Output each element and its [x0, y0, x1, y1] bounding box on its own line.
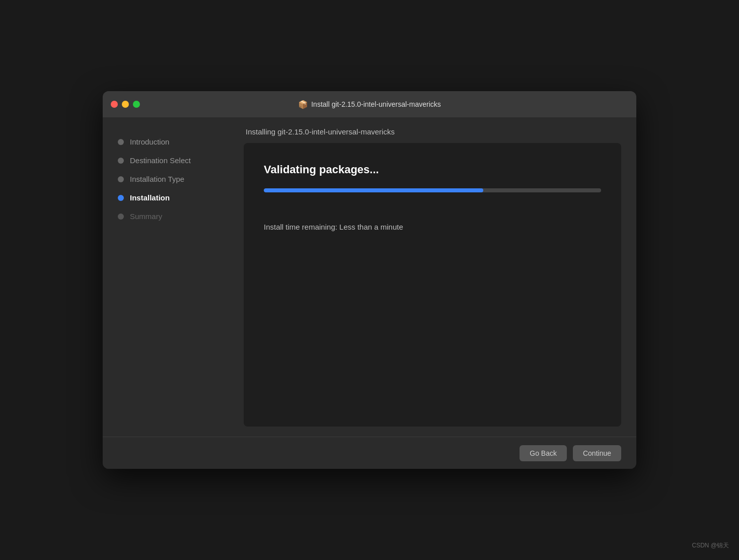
sidebar-dot-summary [118, 214, 124, 220]
sidebar-label-introduction: Introduction [130, 137, 169, 146]
maximize-button[interactable] [133, 101, 140, 108]
continue-button[interactable]: Continue [573, 445, 621, 461]
sidebar-dot-installation-type [118, 176, 124, 182]
minimize-button[interactable] [122, 101, 129, 108]
progress-bar-fill [264, 188, 483, 192]
titlebar: 📦 Install git-2.15.0-intel-universal-mav… [103, 91, 636, 117]
install-panel: Validating packages... Install time rema… [244, 143, 621, 427]
sidebar-dot-destination-select [118, 158, 124, 164]
window-body: Introduction Destination Select Installa… [103, 117, 636, 437]
main-content: Installing git-2.15.0-intel-universal-ma… [234, 117, 636, 437]
sidebar-item-introduction: Introduction [103, 132, 234, 151]
sidebar-label-summary: Summary [130, 212, 162, 221]
window-title: 📦 Install git-2.15.0-intel-universal-mav… [298, 100, 441, 109]
time-remaining-text: Install time remaining: Less than a minu… [264, 223, 601, 231]
sidebar-label-installation: Installation [130, 193, 170, 202]
sidebar-item-installation: Installation [103, 188, 234, 207]
sidebar-label-destination-select: Destination Select [130, 156, 191, 165]
sidebar-item-summary: Summary [103, 207, 234, 226]
title-icon: 📦 [298, 100, 308, 109]
sidebar-dot-introduction [118, 139, 124, 145]
installer-window: 📦 Install git-2.15.0-intel-universal-mav… [103, 91, 636, 469]
status-text: Validating packages... [264, 163, 601, 176]
footer: Go Back Continue [103, 437, 636, 469]
sidebar-dot-installation [118, 195, 124, 201]
sidebar-item-destination-select: Destination Select [103, 151, 234, 170]
progress-bar-container [264, 188, 601, 192]
watermark: CSDN @锦天 [692, 541, 729, 550]
sidebar: Introduction Destination Select Installa… [103, 117, 234, 437]
install-header: Installing git-2.15.0-intel-universal-ma… [244, 127, 621, 136]
go-back-button[interactable]: Go Back [520, 445, 567, 461]
title-text: Install git-2.15.0-intel-universal-maver… [311, 100, 441, 108]
traffic-lights [111, 101, 140, 108]
sidebar-label-installation-type: Installation Type [130, 175, 184, 183]
close-button[interactable] [111, 101, 118, 108]
sidebar-item-installation-type: Installation Type [103, 170, 234, 188]
